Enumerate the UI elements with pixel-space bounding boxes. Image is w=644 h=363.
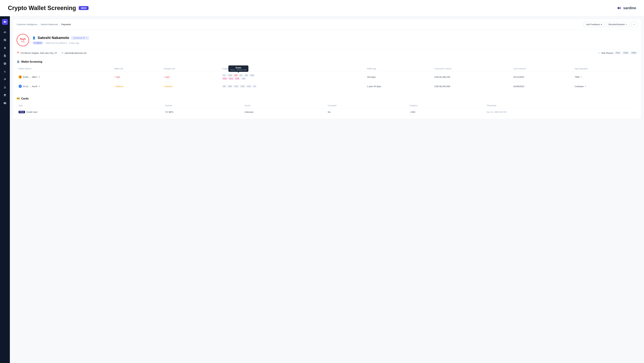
sidebar-item-files[interactable] [2,100,8,106]
col-wallet-age: Wallet age [365,66,432,72]
wallet-age-cell-2: 1 year 45 days [365,82,432,90]
sardine-logo: sardine [617,6,636,11]
cards-title: 💳 Cards [16,97,637,100]
risk-circle-level: High [20,38,26,41]
sidebar-item-analytics[interactable] [2,68,8,75]
more-options-button[interactable]: ⋯ [631,22,637,27]
card-number-cell: •••• 9871 [163,109,243,116]
chip-c29-3: C29 [227,85,233,88]
chip-c29-2: C29 [234,77,240,80]
breadcrumb-item-2[interactable]: Satoshi Nakamoto [40,23,58,26]
sidebar-item-tools[interactable] [2,76,8,83]
app-name-1: TRM [575,76,579,78]
breadcrumb: Customer Intelligence › Satoshi Nakamoto… [16,23,71,26]
app-name-2: Coinbase [575,85,584,88]
wallet-screening-title: 🏦 Wallet Screening [16,60,637,63]
user-details: 👤 Satoshi Nakamoto Customer ID ⧉ In queu… [32,36,637,45]
sidebar-item-reports[interactable] [2,53,8,59]
refresh-icon-2[interactable]: ↻ [585,85,586,88]
chip-c8-2: C8 [244,74,248,77]
category-chips-cell-2: C8 C29 C12 C19 C23 +6 [220,82,365,90]
category-chips-cell-1: Scam Direct - Medium risk C1 C29 C8 C1 C… [220,72,365,82]
sardine-logo-icon [617,6,622,11]
blocklist-label: Blocklist/Allowlist [608,23,624,26]
wallet-screening-section: 🏦 Wallet Screening Wallet address Wallet… [13,57,641,94]
last-screened-cell-2: 01/09/2023 [512,82,573,90]
user-meta-row: 📍 123 Bitcoin Heights, Salt Lake City, U… [13,49,641,57]
col-type: Type [16,103,163,109]
wallet-age-cell-1: 154 days [365,72,432,82]
chip-c14-1: C14 [228,77,234,80]
chip-c26-1: C26 [249,74,255,77]
col-is-prepaid: Is prepaid [326,103,408,109]
col-issues: Issues [243,103,326,109]
added-by: Added by Ava Williams · 4 days ago [45,42,79,44]
sidebar-logo[interactable] [2,19,8,25]
copy-wallet-2[interactable]: ⧉ [38,85,40,88]
chip-c19-1: C19 [240,85,245,88]
sidebar-item-history[interactable] [2,60,8,67]
wallet-address-cell-1: ₿ 0×83...6Not ⧉ [16,72,112,82]
col-wallet-risk: Wallet risk [112,66,162,72]
sidebar-logo-icon [3,20,7,24]
refresh-icon-1[interactable]: ↻ [580,76,582,78]
wallet-screening-label: Wallet Screening [21,60,42,63]
copy-wallet-1[interactable]: ⧉ [38,76,40,78]
page-header: Customer Intelligence › Satoshi Nakamoto… [13,19,641,30]
wallet-risk-medium-2: Medium [114,85,160,88]
user-address: 123 Bitcoin Heights, Salt Lake City, UT [20,52,57,54]
col-category-risk: Category risk [162,66,220,72]
add-feedback-button[interactable]: Add Feedback ▾ [584,22,604,27]
card-timestamp-cell: Dec 31, 1969 9:00 PM [485,109,638,116]
blocklist-button[interactable]: Blocklist/Allowlist + [606,22,630,27]
sidebar-item-users[interactable] [2,29,8,35]
add-feedback-label: Add Feedback [586,23,600,26]
risk-tag-pom: POM [622,52,629,55]
chip-c23-1: C23 [222,77,228,80]
chip-more-1[interactable]: +18 [241,77,246,80]
btc-icon-1: ₿ [18,75,22,79]
customer-id-label: Customer ID [73,37,85,39]
chip-c29-1: C29 [227,74,233,77]
wallet-addr-text-1: 0×83...6Not [23,76,37,78]
cards-table: Type Number Issues Is prepaid Category T… [16,103,637,116]
card-type-container: VISA Credit Card [18,111,161,113]
top-header: Crypto Wallet Screening NEW sardine [0,0,644,16]
sidebar-item-contacts[interactable] [2,84,8,91]
breadcrumb-item-1[interactable]: Customer Intelligence [16,23,37,26]
app-integration-cell-2: Coinbase ↻ [573,82,637,90]
sidebar-item-alerts[interactable] [2,45,8,51]
visa-badge: VISA [18,111,25,113]
sardine-logo-text: sardine [623,6,636,10]
meta-email: ✉ satoshi@nakamoto.net [62,52,86,54]
blocklist-plus-icon: + [626,23,627,26]
copy-customer-id-icon[interactable]: ⧉ [86,37,88,39]
meta-address: 📍 123 Bitcoin Heights, Salt Lake City, U… [16,52,57,54]
location-icon: 📍 [16,52,20,54]
cards-section: 💳 Cards Type Number Issues Is prepaid Ca… [13,94,641,119]
user-name: Satoshi Nakamoto [38,36,69,40]
risk-reason-label: Risk Reason [602,52,614,54]
wallet-screening-table: Wallet address Wallet risk Category risk… [16,66,637,90]
header-actions: Add Feedback ▾ Blocklist/Allowlist + ⋯ [584,22,637,27]
risk-tag-prm: PRM [630,52,637,55]
eth-icon-2: Ξ [18,85,22,88]
sidebar-item-dashboard[interactable] [2,37,8,43]
user-info-section: High Risk 👤 Satoshi Nakamoto Customer ID… [13,30,641,49]
app-integration-1: TRM ↻ [575,76,635,78]
sidebar [0,16,10,363]
chip-c8-3: C8 [222,85,226,88]
chip-c1-1: C1 [222,74,226,77]
col-app-integration: App integration [573,66,637,72]
risk-circle-sub: Risk [21,41,24,43]
add-feedback-chevron: ▾ [601,23,602,26]
card-type-cell: VISA Credit Card [16,109,163,116]
col-category: Category [408,103,485,109]
app-integration-2: Coinbase ↻ [575,85,635,88]
wallet-risk-cell-2: Medium [112,82,162,90]
chip-more-2[interactable]: +6 [252,85,256,88]
main-layout: Customer Intelligence › Satoshi Nakamoto… [0,16,644,363]
card-category-cell: - USD [408,109,485,116]
user-email: satoshi@nakamoto.net [64,52,86,54]
sidebar-item-monitor[interactable] [2,92,8,99]
